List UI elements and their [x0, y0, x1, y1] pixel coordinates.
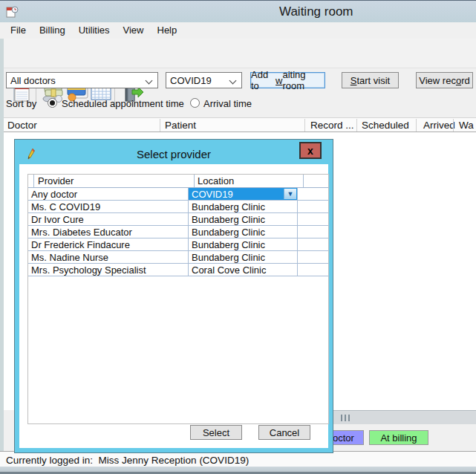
button-label: Add to [251, 69, 276, 91]
location-value: COVID19 [192, 189, 233, 200]
provider-row[interactable]: Ms. Nadine Nurse Bundaberg Clinic [28, 251, 328, 264]
view-record-button[interactable]: View record [416, 72, 473, 88]
column-patient[interactable]: Patient [165, 120, 196, 131]
provider-cell[interactable]: Any doctor [28, 188, 189, 200]
column-waiting[interactable]: Wa [459, 120, 474, 131]
provider-row[interactable]: Ms. C COVID19 Bundaberg Clinic [28, 201, 328, 213]
provider-row[interactable]: Mrs. Psychology Specialist Coral Cove Cl… [28, 264, 328, 276]
location-cell-selected[interactable]: COVID19 ▼ [189, 188, 298, 200]
button-label-accel: S [351, 75, 357, 86]
button-label: View rec [419, 75, 456, 86]
radio-arrival-time[interactable] [190, 98, 200, 108]
provider-cell[interactable]: Mrs. Diabetes Educator [28, 226, 189, 238]
legend-at-billing: At billing [369, 430, 428, 445]
menu-view[interactable]: View [117, 22, 151, 39]
provider-cell[interactable]: Ms. Nadine Nurse [28, 251, 189, 263]
column-scheduled[interactable]: Scheduled [362, 120, 409, 131]
menu-utilities[interactable]: Utilities [72, 22, 117, 39]
window-titlebar[interactable]: Waiting room [0, 0, 476, 22]
location-cell[interactable]: Bundaberg Clinic [189, 226, 298, 238]
menu-billing[interactable]: Billing [33, 22, 72, 39]
menu-help[interactable]: Help [151, 22, 184, 39]
scrollbar-grip-icon [341, 415, 350, 421]
radio-arrival-time-label[interactable]: Arrival time [203, 98, 252, 109]
button-label: tart visit [356, 75, 390, 86]
radio-scheduled-time-label[interactable]: Scheduled appointment time [62, 98, 184, 109]
provider-cell[interactable]: Ms. C COVID19 [28, 201, 189, 212]
cancel-button[interactable]: Cancel [258, 425, 310, 440]
location-cell[interactable]: Bundaberg Clinic [189, 251, 298, 263]
waiting-room-window-icon [6, 6, 19, 19]
location-filter-combo[interactable]: COVID19 [166, 72, 242, 88]
column-separator [453, 119, 454, 132]
close-icon[interactable]: x [299, 142, 322, 159]
location-cell[interactable]: Coral Cove Clinic [189, 264, 298, 276]
column-arrived[interactable]: Arrived [423, 120, 455, 131]
column-location[interactable]: Location [195, 175, 304, 187]
doctor-filter-combo[interactable]: All doctors [6, 72, 158, 88]
doctor-filter-value: All doctors [10, 75, 56, 86]
logged-in-status: Currently logged in: Miss Jenny Receptio… [6, 455, 249, 466]
waiting-table-header: Doctor Patient Record ... Scheduled Arri… [4, 117, 476, 132]
column-separator [356, 119, 357, 132]
column-doctor[interactable]: Doctor [7, 120, 37, 131]
pencil-icon [26, 148, 38, 160]
column-provider[interactable]: Provider [34, 175, 195, 187]
location-filter-value: COVID19 [170, 75, 212, 86]
button-label: aiting room [282, 69, 325, 91]
provider-list-panel: Provider Location Any doctor COVID19 ▼ M… [27, 174, 329, 424]
sort-by-label: Sort by [6, 98, 36, 109]
location-cell[interactable]: Bundaberg Clinic [189, 238, 298, 250]
chevron-down-icon [229, 77, 237, 85]
window-title: Waiting room [279, 4, 398, 19]
column-separator [416, 119, 417, 132]
provider-cell[interactable]: Dr Ivor Cure [28, 213, 189, 225]
toolbar: 13 [0, 39, 476, 68]
menu-bar: File Billing Utilities View Help [0, 22, 476, 39]
status-bar: Currently logged in: Miss Jenny Receptio… [0, 451, 476, 467]
row-selector-header [28, 175, 34, 187]
dialog-title: Select provider [19, 148, 328, 160]
window-bottom-border [0, 467, 476, 474]
location-cell[interactable]: Bundaberg Clinic [189, 213, 298, 225]
column-record-no[interactable]: Record ... [310, 120, 354, 131]
provider-row[interactable]: Any doctor COVID19 ▼ [28, 188, 328, 201]
location-dropdown-icon[interactable]: ▼ [284, 189, 296, 199]
provider-row[interactable]: Dr Frederick Findacure Bundaberg Clinic [28, 238, 328, 251]
location-cell[interactable]: Bundaberg Clinic [189, 201, 298, 212]
select-provider-dialog: Select provider x Provider Location Any … [15, 140, 333, 452]
chevron-down-icon [146, 77, 153, 85]
button-label-accel: o [456, 75, 461, 86]
button-label: rd [461, 75, 470, 86]
provider-cell[interactable]: Mrs. Psychology Specialist [28, 264, 189, 276]
start-visit-button[interactable]: Start visit [342, 72, 399, 88]
provider-row[interactable]: Dr Ivor Cure Bundaberg Clinic [28, 213, 328, 226]
radio-scheduled-time[interactable] [48, 98, 57, 108]
menu-file[interactable]: File [4, 22, 33, 39]
horizontal-scrollbar[interactable] [329, 410, 476, 424]
column-separator [304, 119, 305, 132]
provider-cell[interactable]: Dr Frederick Findacure [28, 238, 189, 250]
button-label-accel: w [276, 75, 282, 86]
add-to-waiting-room-button[interactable]: Add to waiting room [250, 72, 325, 88]
provider-row[interactable]: Mrs. Diabetes Educator Bundaberg Clinic [28, 226, 328, 238]
provider-table-header: Provider Location [28, 175, 328, 188]
select-button[interactable]: Select [190, 425, 242, 440]
dialog-titlebar[interactable]: Select provider x [19, 144, 328, 164]
column-separator [160, 119, 160, 132]
